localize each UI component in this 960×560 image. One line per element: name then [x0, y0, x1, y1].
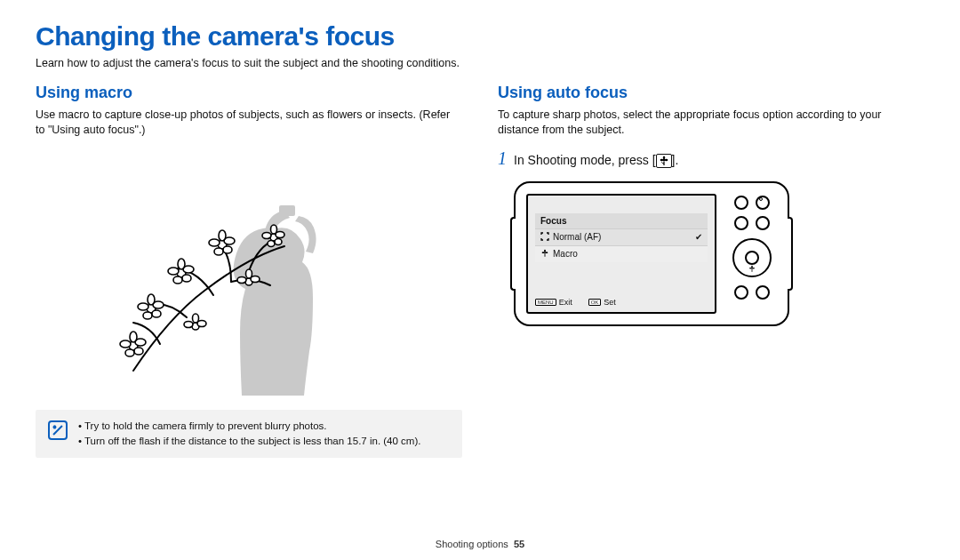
check-icon: ✔: [695, 232, 702, 242]
camera-button: [756, 216, 770, 230]
right-column: Using auto focus To capture sharp photos…: [498, 84, 924, 458]
svg-point-41: [660, 159, 663, 161]
note-box: Try to hold the camera firmly to prevent…: [36, 410, 462, 459]
lcd-set-hint: OK Set: [588, 298, 616, 307]
svg-point-4: [130, 332, 137, 342]
lcd-option-normal-af: Normal (AF) ✔: [535, 228, 708, 245]
note-list: Try to hold the camera firmly to prevent…: [78, 419, 420, 450]
svg-point-37: [251, 276, 260, 282]
svg-point-2: [120, 340, 131, 348]
note-item: Turn off the flash if the distance to th…: [78, 434, 420, 449]
camera-button: [734, 216, 748, 230]
lcd-option-macro: Macro: [535, 245, 708, 262]
ok-key-icon: OK: [588, 299, 602, 306]
svg-point-16: [178, 259, 185, 269]
camera-diagram: Focus Normal (AF) ✔: [514, 181, 789, 326]
camera-button: [756, 196, 770, 210]
svg-point-28: [271, 225, 277, 234]
svg-point-44: [544, 250, 546, 252]
svg-point-34: [193, 314, 199, 323]
svg-point-26: [262, 232, 271, 238]
page-intro: Learn how to adjust the camera's focus t…: [36, 57, 924, 69]
svg-point-32: [184, 321, 193, 327]
camera-button: [756, 285, 770, 300]
camera-controls: [727, 194, 777, 314]
svg-point-14: [168, 268, 179, 275]
macro-body: Use macro to capture close-up photos of …: [36, 108, 462, 138]
macro-illustration: [98, 148, 400, 397]
svg-point-33: [197, 320, 206, 326]
svg-point-27: [276, 231, 284, 237]
svg-point-50: [753, 268, 755, 269]
svg-point-22: [219, 230, 226, 241]
camera-led-icon: [759, 197, 763, 201]
footer-page-number: 55: [514, 539, 524, 549]
lcd-hint-label: Exit: [559, 298, 572, 307]
lcd-exit-hint: MENU Exit: [535, 298, 572, 307]
step-text: In Shooting mode, press [ ].: [514, 153, 678, 168]
svg-point-6: [134, 348, 143, 355]
footer-section: Shooting options: [436, 539, 508, 549]
svg-point-11: [143, 312, 152, 319]
svg-point-30: [275, 238, 282, 244]
svg-point-48: [751, 266, 753, 268]
svg-point-17: [173, 276, 182, 284]
left-column: Using macro Use macro to capture close-u…: [36, 84, 462, 458]
step-1: 1 In Shooting mode, press [ ].: [498, 148, 924, 169]
svg-point-42: [664, 159, 668, 161]
svg-point-49: [749, 268, 751, 269]
step-text-post: ].: [672, 153, 679, 167]
camera-button: [734, 285, 748, 300]
macro-heading: Using macro: [36, 84, 462, 102]
page-footer: Shooting options 55: [0, 539, 960, 549]
svg-point-5: [125, 349, 134, 356]
page-title: Changing the camera's focus: [36, 21, 924, 52]
camera-button: [734, 196, 748, 210]
svg-point-20: [209, 239, 220, 246]
macro-flower-icon: [540, 249, 549, 260]
step-text-pre: In Shooting mode, press [: [514, 153, 656, 167]
autofocus-heading: Using auto focus: [498, 84, 924, 102]
content-columns: Using macro Use macro to capture close-u…: [36, 84, 924, 458]
svg-point-46: [546, 252, 548, 253]
svg-point-18: [182, 275, 191, 282]
step-number: 1: [498, 148, 507, 169]
lcd-menu-title: Focus: [535, 213, 708, 228]
svg-rect-0: [279, 205, 295, 216]
lcd-option-label: Normal (AF): [553, 232, 601, 242]
svg-point-29: [268, 240, 275, 246]
svg-point-8: [138, 303, 148, 310]
svg-point-12: [152, 310, 161, 317]
af-bracket-icon: [540, 232, 549, 243]
svg-point-24: [223, 246, 232, 253]
lcd-option-label: Macro: [553, 249, 578, 259]
lcd-hint-label: Set: [604, 298, 616, 307]
svg-point-10: [148, 294, 155, 305]
svg-point-45: [542, 252, 545, 253]
svg-point-40: [662, 156, 664, 159]
camera-dpad: [732, 238, 772, 277]
svg-point-36: [237, 276, 246, 283]
svg-point-38: [246, 269, 252, 278]
autofocus-body: To capture sharp photos, select the appr…: [498, 108, 924, 138]
camera-lcd: Focus Normal (AF) ✔: [526, 194, 716, 314]
note-icon: [48, 420, 68, 440]
macro-flower-icon: [656, 154, 672, 168]
menu-key-icon: MENU: [535, 299, 556, 306]
svg-point-23: [214, 248, 223, 255]
macro-flower-icon: [748, 265, 756, 275]
note-item: Try to hold the camera firmly to prevent…: [78, 419, 420, 434]
